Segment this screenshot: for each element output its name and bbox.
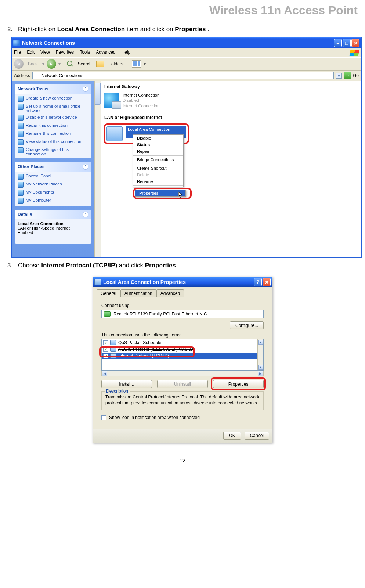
dialog-close-button[interactable]: ✕ <box>263 278 271 286</box>
show-icon-label: Show icon in notification area when conn… <box>109 415 200 420</box>
go-button[interactable]: → Go <box>344 72 359 79</box>
collapse-icon[interactable]: ˆ <box>83 86 88 92</box>
close-button[interactable]: ✕ <box>351 39 359 47</box>
task-label: Disable this network device <box>26 115 77 119</box>
menu-view[interactable]: View <box>40 50 50 56</box>
forward-button[interactable]: ► <box>47 59 56 69</box>
task-create-connection[interactable]: Create a new connection <box>18 96 88 102</box>
listbox-scrollbar[interactable]: ▲ ▼ <box>257 339 263 370</box>
ctx-status[interactable]: Status <box>133 141 183 148</box>
address-dropdown[interactable]: v <box>336 73 342 79</box>
folders-button[interactable]: Folders <box>106 61 126 67</box>
details-line1: LAN or High-Speed Internet <box>18 226 88 230</box>
ctx-properties-label: Properties <box>139 191 158 195</box>
protocol-icon <box>110 340 116 345</box>
menu-tools[interactable]: Tools <box>80 50 90 56</box>
dialog-title: Local Area Connection Properties <box>103 279 186 285</box>
menu-advanced[interactable]: Advanced <box>96 50 115 56</box>
content-area: Internet Gateway Internet Connection Dis… <box>101 81 361 257</box>
back-label: Back <box>26 61 40 67</box>
item-aegis[interactable]: ✔ AEGIS Protocol (IEEE 802.1x) v3.5.3.0 <box>102 346 263 353</box>
collapse-icon[interactable]: ˆ <box>83 212 88 217</box>
place-label: My Network Places <box>26 182 62 186</box>
task-setup-network[interactable]: Set up a home or small office network <box>18 104 88 113</box>
item-qos[interactable]: ✔ QoS Packet Scheduler <box>102 339 263 346</box>
minimize-button[interactable]: – <box>334 39 342 47</box>
place-documents[interactable]: My Documents <box>18 190 88 196</box>
views-icon[interactable] <box>132 60 141 68</box>
show-icon-row[interactable]: Show icon in notification area when conn… <box>101 415 264 420</box>
task-view-status[interactable]: View status of this connection <box>18 139 88 145</box>
menu-edit[interactable]: Edit <box>27 50 35 56</box>
nic-icon <box>106 126 123 141</box>
step-2: 2. Right-click on Local Area Connection … <box>7 26 358 33</box>
items-listbox[interactable]: ✔ QoS Packet Scheduler ✔ AEGIS Protocol … <box>101 339 264 371</box>
uninstall-button: Uninstall <box>157 380 208 388</box>
place-computer[interactable]: My Computer <box>18 198 88 204</box>
ctx-repair[interactable]: Repair <box>133 148 183 155</box>
menu-file[interactable]: File <box>14 50 21 56</box>
place-network-places[interactable]: My Network Places <box>18 182 88 188</box>
checkbox-icon[interactable]: ✔ <box>103 347 108 352</box>
help-button[interactable]: ? <box>254 278 262 286</box>
page-number: 12 <box>7 458 358 463</box>
internet-connection-item[interactable]: Internet Connection Disabled Internet Co… <box>104 93 357 108</box>
toolbar: ◄ Back ▾ ► ▾ Search Folders ▾ <box>12 57 361 71</box>
checkbox-icon[interactable] <box>101 415 106 420</box>
collapse-icon[interactable]: ˆ <box>83 164 88 170</box>
address-value: Network Connections <box>41 73 83 78</box>
window-icon <box>13 40 20 46</box>
place-label: Control Panel <box>26 174 51 178</box>
scroll-down-icon[interactable]: ▼ <box>258 365 263 370</box>
dialog-icon <box>94 279 101 285</box>
place-icon <box>18 174 24 180</box>
protocol-icon <box>110 353 116 358</box>
task-change-settings[interactable]: Change settings of this connection <box>18 147 88 156</box>
ctx-disable[interactable]: Disable <box>133 135 183 141</box>
cancel-button[interactable]: Cancel <box>245 432 269 440</box>
task-label: Set up a home or small office network <box>26 104 88 113</box>
tab-general[interactable]: General <box>97 289 120 297</box>
item-tcpip[interactable]: ✔ Internet Protocol (TCP/IP) <box>102 353 263 359</box>
checkbox-icon[interactable]: ✔ <box>103 340 108 345</box>
task-disable-device[interactable]: Disable this network device <box>18 115 88 121</box>
sidebar-scrollbar[interactable] <box>94 81 101 257</box>
scroll-up-icon[interactable]: ▲ <box>258 340 263 345</box>
properties-button[interactable]: Properties <box>213 380 264 388</box>
connect-using-label: Connect using: <box>101 303 264 308</box>
place-control-panel[interactable]: Control Panel <box>18 174 88 180</box>
back-button[interactable]: ◄ <box>14 59 24 69</box>
ctx-properties[interactable]: Properties <box>135 190 185 196</box>
scroll-right-icon[interactable]: ▶ <box>258 371 263 376</box>
tab-authentication[interactable]: Authentication <box>120 289 156 297</box>
category-lan: LAN or High-Speed Internet <box>104 113 357 122</box>
ctx-shortcut[interactable]: Create Shortcut <box>133 165 183 172</box>
address-field[interactable]: Network Connections <box>32 72 334 79</box>
task-repair[interactable]: Repair this connection <box>18 123 88 129</box>
dialog-titlebar[interactable]: Local Area Connection Properties ? ✕ <box>93 277 272 287</box>
ctx-bridge[interactable]: Bridge Connections <box>133 156 183 163</box>
tab-advanced[interactable]: Advanced <box>156 289 184 297</box>
step-3-bold-b: Properties <box>145 262 176 269</box>
maximize-button[interactable]: □ <box>343 39 351 47</box>
menu-favorites[interactable]: Favorites <box>56 50 74 56</box>
nic-field: Realtek RTL8139 Family PCI Fast Ethernet… <box>101 310 264 318</box>
search-button[interactable]: Search <box>76 61 94 67</box>
other-places-box: Other Places ˆ Control Panel My Network … <box>15 162 91 206</box>
task-label: Change settings of this connection <box>26 147 88 156</box>
menu-help[interactable]: Help <box>122 50 131 56</box>
install-button[interactable]: Install... <box>101 380 152 388</box>
checkbox-icon[interactable]: ✔ <box>103 354 108 358</box>
step-3-text-a: Choose <box>18 262 41 269</box>
ok-button[interactable]: OK <box>223 432 241 440</box>
listbox-hscroll[interactable]: ◀ ▶ <box>101 371 264 376</box>
scroll-left-icon[interactable]: ◀ <box>102 371 107 376</box>
details-name: Local Area Connection <box>18 221 88 226</box>
configure-button[interactable]: Configure... <box>230 321 264 329</box>
ctx-rename[interactable]: Rename <box>133 178 183 185</box>
ctx-delete: Delete <box>133 172 183 178</box>
task-rename[interactable]: Rename this connection <box>18 131 88 137</box>
other-places-title: Other Places <box>18 164 44 169</box>
windows-logo-icon <box>349 50 359 56</box>
titlebar[interactable]: Network Connections – □ ✕ <box>12 37 361 48</box>
